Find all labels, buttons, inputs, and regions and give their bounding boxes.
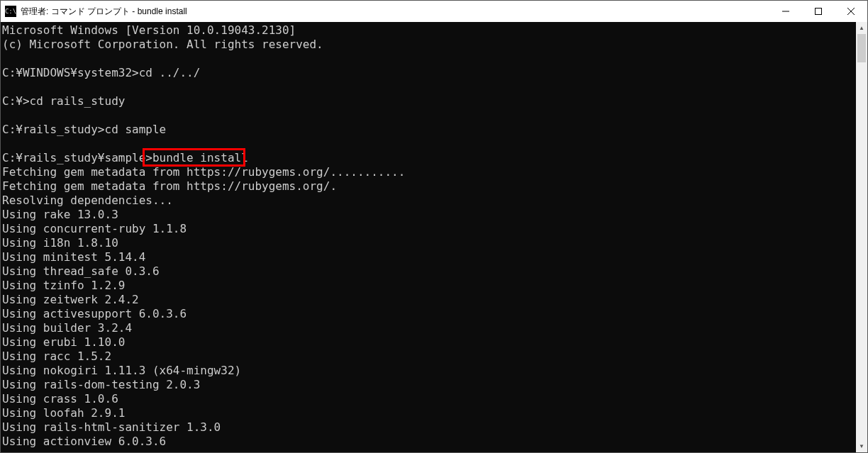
maximize-button[interactable] xyxy=(802,1,835,22)
terminal-line: C:¥rails_study>cd sample xyxy=(2,123,853,137)
terminal-line: Using actionview 6.0.3.6 xyxy=(2,435,853,449)
terminal-line: Using zeitwerk 2.4.2 xyxy=(2,293,853,307)
terminal-line: Resolving dependencies... xyxy=(2,194,853,208)
scroll-down-arrow-icon[interactable]: ▼ xyxy=(856,440,867,452)
close-button[interactable] xyxy=(835,1,867,22)
terminal-line xyxy=(2,108,853,123)
terminal-line: C:¥rails_study¥sample>bundle install xyxy=(2,151,853,165)
window-title: 管理者: コマンド プロンプト - bundle install xyxy=(21,6,187,18)
terminal-line: Fetching gem metadata from https://rubyg… xyxy=(2,179,853,194)
cmd-icon: C:\ xyxy=(5,6,16,17)
terminal-line: Using rails-dom-testing 2.0.3 xyxy=(2,378,853,392)
terminal-line: Using tzinfo 1.2.9 xyxy=(2,279,853,293)
terminal-line: (c) Microsoft Corporation. All rights re… xyxy=(2,38,853,52)
terminal-line: Using concurrent-ruby 1.1.8 xyxy=(2,222,853,236)
terminal-line: Using rails-html-sanitizer 1.3.0 xyxy=(2,420,853,435)
terminal-line: Using activesupport 6.0.3.6 xyxy=(2,307,853,321)
svg-rect-1 xyxy=(816,9,822,15)
scrollbar-track[interactable] xyxy=(856,34,867,440)
terminal-output[interactable]: Microsoft Windows [Version 10.0.19043.21… xyxy=(1,22,856,452)
terminal-line xyxy=(2,137,853,151)
terminal-line: Using i18n 1.8.10 xyxy=(2,236,853,250)
terminal-line: C:¥WINDOWS¥system32>cd ../../ xyxy=(2,66,853,80)
terminal-line: Using racc 1.5.2 xyxy=(2,349,853,364)
scrollbar-thumb[interactable] xyxy=(857,34,866,62)
terminal-line xyxy=(2,80,853,94)
terminal-line: C:¥>cd rails_study xyxy=(2,94,853,108)
terminal-area: Microsoft Windows [Version 10.0.19043.21… xyxy=(1,22,867,452)
terminal-line: Using nokogiri 1.11.3 (x64-mingw32) xyxy=(2,364,853,378)
terminal-line: Using loofah 2.9.1 xyxy=(2,406,853,420)
terminal-line: Using builder 3.2.4 xyxy=(2,321,853,335)
terminal-line: Fetching gem metadata from https://rubyg… xyxy=(2,165,853,179)
terminal-line: Using crass 1.0.6 xyxy=(2,392,853,406)
minimize-button[interactable] xyxy=(769,1,802,22)
terminal-line: Using erubi 1.10.0 xyxy=(2,335,853,349)
terminal-line: Using rake 13.0.3 xyxy=(2,208,853,222)
terminal-line: Using minitest 5.14.4 xyxy=(2,250,853,264)
terminal-line: Microsoft Windows [Version 10.0.19043.21… xyxy=(2,23,853,38)
terminal-line: Using thread_safe 0.3.6 xyxy=(2,264,853,279)
scroll-up-arrow-icon[interactable]: ▲ xyxy=(856,22,867,34)
terminal-line xyxy=(2,52,853,66)
vertical-scrollbar[interactable]: ▲ ▼ xyxy=(856,22,867,452)
titlebar[interactable]: C:\ 管理者: コマンド プロンプト - bundle install xyxy=(1,1,867,22)
